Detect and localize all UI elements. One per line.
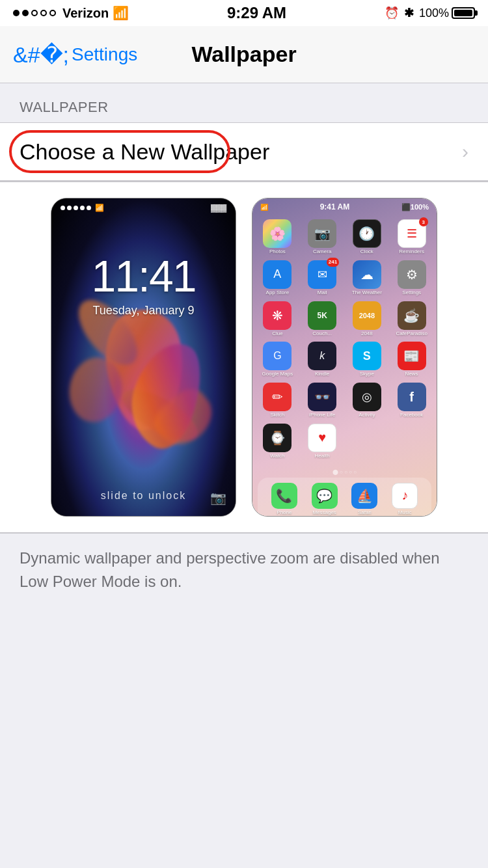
app-weather-icon: ☁: [353, 260, 381, 289]
app-clue[interactable]: ❋ Clue: [258, 301, 297, 337]
explosion-bg: [51, 198, 236, 516]
home-dock: 📞 Phone 💬 Messages ⛵ Safari ♪ Music: [258, 478, 431, 517]
app-activity[interactable]: ◎ Activity: [347, 383, 387, 418]
back-chevron-icon: &#�;: [13, 44, 69, 66]
app-health[interactable]: ♥ Health: [303, 424, 342, 459]
home-wifi-icon: 📶: [260, 204, 268, 211]
carrier-label: Verizon: [62, 6, 109, 21]
app-camera-label: Camera: [313, 249, 331, 255]
home-screen-preview[interactable]: 📶 9:41 AM ⬛100% 🌸 Photos 📷 Camera: [252, 198, 437, 517]
app-health-icon: ♥: [308, 424, 336, 452]
dock-music-label: Music: [398, 510, 412, 516]
reminders-badge: 3: [419, 217, 428, 226]
app-camera[interactable]: 📷 Camera: [303, 219, 342, 255]
alarm-icon: ⏰: [385, 6, 399, 20]
app-grid-row1: 🌸 Photos 📷 Camera 🕐 Clock ☰ 3: [252, 215, 437, 463]
status-left: Verizon 📶: [13, 5, 129, 21]
app-camera-icon: 📷: [308, 219, 336, 248]
signal-dot-4: [40, 10, 47, 16]
dock-safari-icon: ⛵: [351, 483, 377, 509]
section-header: WALLPAPER: [0, 83, 488, 122]
lock-wifi: 📶: [95, 204, 104, 212]
app-clue-label: Clue: [272, 331, 282, 337]
app-appstore-icon: A: [263, 260, 291, 289]
choose-wallpaper-row[interactable]: Choose a New Wallpaper ›: [0, 123, 488, 180]
app-2048-icon: 2048: [353, 301, 381, 330]
lock-time: 11:41: [91, 251, 195, 301]
app-activity-icon: ◎: [353, 383, 381, 411]
lock-signal: 📶: [61, 204, 104, 212]
app-facebook[interactable]: f Facebook: [392, 383, 431, 418]
app-weather[interactable]: ☁ The Weather: [347, 260, 387, 296]
nav-bar: &#�; Settings Wallpaper: [0, 26, 488, 83]
dock-phone-label: Phone: [277, 510, 291, 516]
app-photos-label: Photos: [269, 249, 286, 255]
bottom-area: [0, 613, 488, 808]
app-reminders[interactable]: ☰ 3 Reminders: [392, 219, 431, 255]
app-health-label: Health: [315, 454, 330, 459]
app-maps[interactable]: G Google Maps: [258, 342, 297, 377]
app-skype-icon: S: [353, 342, 381, 370]
dock-messages[interactable]: 💬 Messages: [312, 483, 338, 516]
app-photos-icon: 🌸: [263, 219, 291, 248]
app-settings-label: Settings: [402, 290, 421, 296]
lock-status-bar: 📶 ▓▓▓: [51, 198, 236, 217]
status-bar: Verizon 📶 9:29 AM ⏰ ✱ 100%: [0, 0, 488, 26]
app-photos[interactable]: 🌸 Photos: [258, 219, 297, 255]
back-button[interactable]: &#�; Settings: [13, 44, 137, 66]
app-skype[interactable]: S Skype: [347, 342, 387, 377]
app-clue-icon: ❋: [263, 301, 291, 330]
home-time: 9:41 AM: [320, 202, 350, 211]
app-cafe-label: CafeParadiso: [396, 331, 427, 337]
list-section: Choose a New Wallpaper ›: [0, 122, 488, 181]
home-screen: 📶 9:41 AM ⬛100% 🌸 Photos 📷 Camera: [252, 198, 437, 516]
app-news[interactable]: 📰 News: [392, 342, 431, 377]
app-weather-label: The Weather: [352, 290, 382, 296]
lock-screen-preview[interactable]: 📶 ▓▓▓ 11:41 Tuesday, January 9 slide to …: [51, 198, 236, 517]
app-iphonelife-icon: 👓: [308, 383, 336, 411]
status-time: 9:29 AM: [227, 4, 286, 22]
app-watch-icon: ⌚: [263, 424, 291, 452]
app-2048-label: 2048: [361, 331, 373, 337]
app-appstore-label: App Store: [266, 290, 290, 296]
dock-safari-label: Safari: [358, 510, 372, 516]
choose-wallpaper-label: Choose a New Wallpaper: [20, 139, 269, 165]
dock-messages-label: Messages: [312, 510, 336, 516]
dock-safari[interactable]: ⛵ Safari: [351, 483, 377, 516]
app-empty2: [392, 424, 431, 459]
app-couch[interactable]: 5K Couch...: [303, 301, 342, 337]
app-facebook-icon: f: [398, 383, 426, 411]
spark-2: [64, 353, 127, 426]
app-settings[interactable]: ⚙ Settings: [392, 260, 431, 296]
app-kindle-label: Kindle: [315, 372, 329, 377]
app-watch[interactable]: ⌚ Watch: [258, 424, 297, 459]
app-skitch[interactable]: ✏ Skitch: [258, 383, 297, 418]
app-maps-icon: G: [263, 342, 291, 370]
app-cafe[interactable]: ☕ CafeParadiso: [392, 301, 431, 337]
home-signal: 📶: [260, 204, 268, 211]
battery-fill: [454, 10, 472, 16]
page-title: Wallpaper: [191, 42, 296, 67]
row-chevron-icon: ›: [462, 141, 468, 163]
app-kindle[interactable]: k Kindle: [303, 342, 342, 377]
app-skitch-label: Skitch: [270, 413, 284, 418]
signal-dot-1: [13, 10, 20, 16]
signal-dot-2: [22, 10, 29, 16]
app-appstore[interactable]: A App Store: [258, 260, 297, 296]
app-watch-label: Watch: [270, 454, 284, 459]
wifi-icon: 📶: [113, 5, 129, 21]
app-reminders-icon: ☰ 3: [398, 219, 426, 248]
app-mail[interactable]: ✉ 241 Mail: [303, 260, 342, 296]
status-right: ⏰ ✱ 100%: [385, 6, 475, 20]
signal-dot-3: [31, 10, 38, 16]
app-iphonelife[interactable]: 👓 iPhone Life: [303, 383, 342, 418]
dock-music-icon: ♪: [392, 483, 418, 509]
lock-slide-label: slide to unlock: [51, 490, 236, 502]
battery-container: 100%: [419, 7, 475, 20]
dock-phone[interactable]: 📞 Phone: [271, 483, 297, 516]
app-clock[interactable]: 🕐 Clock: [347, 219, 387, 255]
app-mail-icon: ✉ 241: [308, 260, 336, 289]
footnote: Dynamic wallpaper and perspective zoom a…: [0, 534, 488, 613]
dock-music[interactable]: ♪ Music: [392, 483, 418, 516]
app-2048[interactable]: 2048 2048: [347, 301, 387, 337]
